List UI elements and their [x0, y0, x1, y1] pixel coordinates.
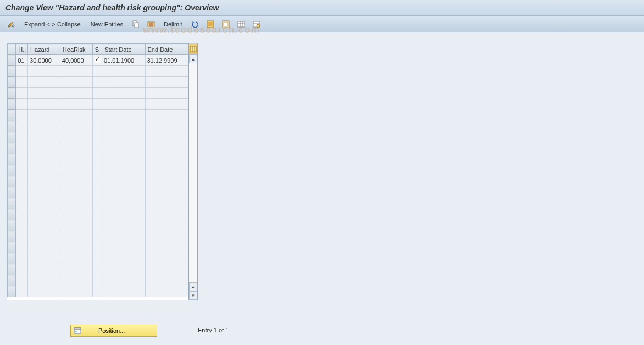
column-header-selector[interactable] [8, 44, 16, 55]
empty-cell[interactable] [92, 275, 102, 286]
empty-cell[interactable] [92, 231, 102, 242]
empty-cell[interactable] [102, 231, 145, 242]
empty-cell[interactable] [145, 110, 188, 121]
empty-cell[interactable] [145, 209, 188, 220]
empty-cell[interactable] [28, 99, 60, 110]
empty-cell[interactable] [60, 77, 92, 88]
empty-cell[interactable] [16, 99, 28, 110]
row-selector[interactable] [8, 209, 16, 220]
empty-cell[interactable] [102, 132, 145, 143]
empty-cell[interactable] [102, 88, 145, 99]
empty-cell[interactable] [145, 198, 188, 209]
empty-cell[interactable] [102, 99, 145, 110]
empty-cell[interactable] [145, 143, 188, 154]
copy-button[interactable] [129, 18, 143, 30]
scroll-up-button[interactable]: ▲ [189, 54, 197, 63]
cell-end-date[interactable]: 31.12.9999 [145, 55, 188, 66]
empty-cell[interactable] [28, 77, 60, 88]
row-selector[interactable] [8, 110, 16, 121]
empty-cell[interactable] [92, 66, 102, 77]
empty-cell[interactable] [60, 220, 92, 231]
cell-start-date[interactable]: 01.01.1900 [102, 55, 145, 66]
empty-cell[interactable] [92, 220, 102, 231]
empty-cell[interactable] [16, 143, 28, 154]
empty-cell[interactable] [145, 132, 188, 143]
empty-cell[interactable] [28, 110, 60, 121]
empty-cell[interactable] [60, 198, 92, 209]
empty-cell[interactable] [60, 286, 92, 297]
undo-button[interactable] [188, 18, 202, 30]
empty-cell[interactable] [145, 77, 188, 88]
column-header-hazard[interactable]: Hazard [28, 44, 60, 55]
empty-cell[interactable] [102, 143, 145, 154]
empty-cell[interactable] [92, 198, 102, 209]
empty-cell[interactable] [16, 242, 28, 253]
config-button-2[interactable] [249, 18, 264, 30]
empty-cell[interactable] [92, 99, 102, 110]
row-selector[interactable] [8, 143, 16, 154]
empty-cell[interactable] [16, 198, 28, 209]
row-selector[interactable] [8, 154, 16, 165]
empty-cell[interactable] [145, 187, 188, 198]
empty-cell[interactable] [92, 187, 102, 198]
empty-cell[interactable] [92, 88, 102, 99]
empty-cell[interactable] [102, 275, 145, 286]
deselect-all-button[interactable] [219, 18, 233, 30]
row-selector[interactable] [8, 88, 16, 99]
empty-cell[interactable] [145, 88, 188, 99]
empty-cell[interactable] [102, 286, 145, 297]
empty-cell[interactable] [28, 231, 60, 242]
row-selector[interactable] [8, 55, 16, 66]
column-header-hearisk[interactable]: HeaRisk [60, 44, 92, 55]
scroll-down-button[interactable]: ▼ [189, 291, 197, 300]
empty-cell[interactable] [16, 77, 28, 88]
row-selector[interactable] [8, 165, 16, 176]
delimit-button[interactable]: Delimit [159, 18, 187, 30]
empty-cell[interactable] [92, 132, 102, 143]
empty-cell[interactable] [28, 220, 60, 231]
empty-cell[interactable] [60, 231, 92, 242]
row-selector[interactable] [8, 132, 16, 143]
empty-cell[interactable] [102, 264, 145, 275]
empty-cell[interactable] [60, 88, 92, 99]
empty-cell[interactable] [145, 220, 188, 231]
empty-cell[interactable] [28, 88, 60, 99]
empty-cell[interactable] [16, 209, 28, 220]
empty-cell[interactable] [145, 264, 188, 275]
row-selector[interactable] [8, 220, 16, 231]
column-header-h[interactable]: H.. [16, 44, 28, 55]
empty-cell[interactable] [60, 154, 92, 165]
select-all-button[interactable] [203, 18, 218, 30]
cell-h[interactable]: 01 [16, 55, 28, 66]
empty-cell[interactable] [145, 165, 188, 176]
empty-cell[interactable] [28, 165, 60, 176]
empty-cell[interactable] [28, 275, 60, 286]
empty-cell[interactable] [60, 132, 92, 143]
empty-cell[interactable] [102, 154, 145, 165]
empty-cell[interactable] [28, 121, 60, 132]
empty-cell[interactable] [92, 176, 102, 187]
empty-cell[interactable] [145, 275, 188, 286]
empty-cell[interactable] [28, 66, 60, 77]
empty-cell[interactable] [16, 132, 28, 143]
empty-cell[interactable] [28, 286, 60, 297]
column-header-end-date[interactable]: End Date [145, 44, 188, 55]
row-selector[interactable] [8, 242, 16, 253]
empty-cell[interactable] [145, 99, 188, 110]
empty-cell[interactable] [28, 143, 60, 154]
row-selector[interactable] [8, 286, 16, 297]
row-selector[interactable] [8, 77, 16, 88]
row-selector[interactable] [8, 275, 16, 286]
empty-cell[interactable] [102, 77, 145, 88]
toggle-display-change-button[interactable] [4, 18, 19, 30]
empty-cell[interactable] [60, 187, 92, 198]
cell-hearisk[interactable]: 40,0000 [60, 55, 92, 66]
row-selector[interactable] [8, 198, 16, 209]
empty-cell[interactable] [16, 275, 28, 286]
row-selector[interactable] [8, 187, 16, 198]
empty-cell[interactable] [16, 286, 28, 297]
empty-cell[interactable] [60, 242, 92, 253]
empty-cell[interactable] [60, 253, 92, 264]
empty-cell[interactable] [102, 253, 145, 264]
empty-cell[interactable] [60, 176, 92, 187]
